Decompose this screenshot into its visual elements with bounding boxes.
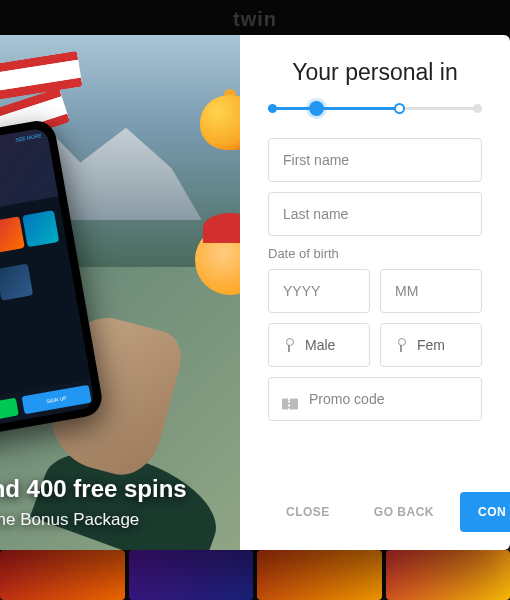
game-thumb[interactable] — [129, 550, 254, 600]
promo-headline: onus and 400 free spins — [0, 475, 220, 504]
gender-female-option[interactable]: Fem — [380, 323, 482, 367]
game-thumb[interactable] — [257, 550, 382, 600]
form-panel: Your personal in Date of birth Male Fem — [240, 35, 510, 550]
continue-button[interactable]: CON — [460, 492, 510, 532]
progress-step-4 — [473, 104, 482, 113]
phone-see-more: SEE MORE — [15, 132, 42, 142]
gender-label: Fem — [417, 337, 445, 353]
go-back-button[interactable]: GO BACK — [356, 492, 452, 532]
phone-login: LOG IN — [0, 398, 18, 428]
promo-panel: SEE MORE Midweek Race JOIN NOW New Games… — [0, 35, 240, 550]
signup-modal: SEE MORE Midweek Race JOIN NOW New Games… — [0, 35, 510, 550]
form-title: Your personal in — [268, 59, 482, 86]
game-thumb[interactable] — [0, 550, 125, 600]
dob-label: Date of birth — [268, 246, 482, 261]
brand-logo: twin — [233, 8, 277, 31]
promo-code-input[interactable] — [268, 377, 482, 421]
progress-step-2-current — [309, 101, 324, 116]
first-name-input[interactable] — [268, 138, 482, 182]
progress-step-3 — [394, 103, 405, 114]
top-header: twin — [0, 0, 510, 40]
bell-icon — [190, 85, 240, 165]
female-icon — [395, 338, 407, 352]
progress-step-1 — [268, 104, 277, 113]
progress-bar — [268, 104, 482, 112]
gender-label: Male — [305, 337, 335, 353]
ticket-icon — [282, 399, 298, 410]
last-name-input[interactable] — [268, 192, 482, 236]
dob-month-input[interactable] — [380, 269, 482, 313]
male-icon — [283, 338, 295, 352]
close-button[interactable]: CLOSE — [268, 492, 348, 532]
gender-male-option[interactable]: Male — [268, 323, 370, 367]
promo-subtitle: elcome Bonus Package — [0, 510, 220, 530]
game-thumb[interactable] — [386, 550, 511, 600]
phone-signup: SIGN UP — [21, 385, 92, 415]
dob-year-input[interactable] — [268, 269, 370, 313]
game-thumbnails — [0, 550, 510, 600]
